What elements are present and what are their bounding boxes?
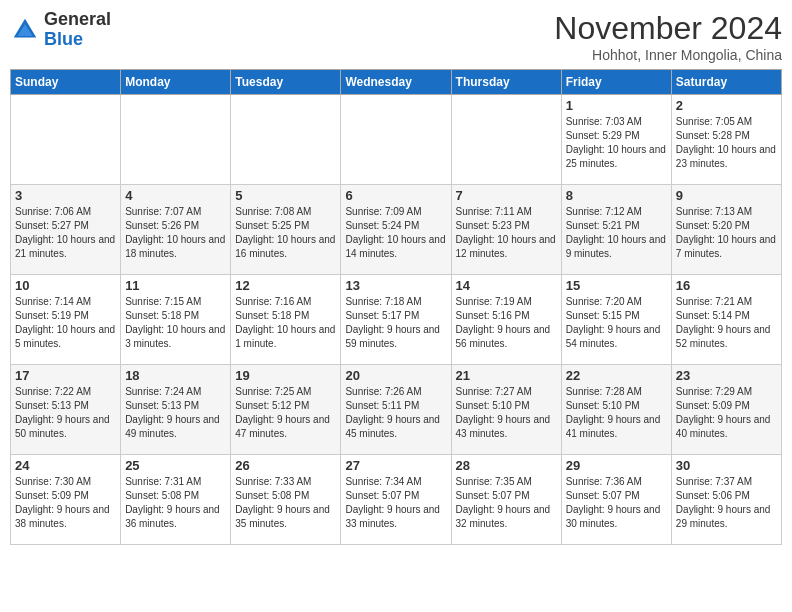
day-info: Sunrise: 7:12 AM Sunset: 5:21 PM Dayligh… bbox=[566, 205, 667, 261]
day-info: Sunrise: 7:24 AM Sunset: 5:13 PM Dayligh… bbox=[125, 385, 226, 441]
day-number: 11 bbox=[125, 278, 226, 293]
day-info: Sunrise: 7:09 AM Sunset: 5:24 PM Dayligh… bbox=[345, 205, 446, 261]
week-row-3: 10Sunrise: 7:14 AM Sunset: 5:19 PM Dayli… bbox=[11, 275, 782, 365]
day-info: Sunrise: 7:29 AM Sunset: 5:09 PM Dayligh… bbox=[676, 385, 777, 441]
day-cell: 23Sunrise: 7:29 AM Sunset: 5:09 PM Dayli… bbox=[671, 365, 781, 455]
day-number: 2 bbox=[676, 98, 777, 113]
title-section: November 2024 Hohhot, Inner Mongolia, Ch… bbox=[554, 10, 782, 63]
day-number: 27 bbox=[345, 458, 446, 473]
day-number: 5 bbox=[235, 188, 336, 203]
day-cell: 18Sunrise: 7:24 AM Sunset: 5:13 PM Dayli… bbox=[121, 365, 231, 455]
day-info: Sunrise: 7:06 AM Sunset: 5:27 PM Dayligh… bbox=[15, 205, 116, 261]
calendar-subtitle: Hohhot, Inner Mongolia, China bbox=[554, 47, 782, 63]
day-cell: 28Sunrise: 7:35 AM Sunset: 5:07 PM Dayli… bbox=[451, 455, 561, 545]
day-number: 15 bbox=[566, 278, 667, 293]
day-info: Sunrise: 7:05 AM Sunset: 5:28 PM Dayligh… bbox=[676, 115, 777, 171]
day-number: 6 bbox=[345, 188, 446, 203]
day-number: 9 bbox=[676, 188, 777, 203]
day-cell: 27Sunrise: 7:34 AM Sunset: 5:07 PM Dayli… bbox=[341, 455, 451, 545]
header-row: SundayMondayTuesdayWednesdayThursdayFrid… bbox=[11, 70, 782, 95]
day-cell: 9Sunrise: 7:13 AM Sunset: 5:20 PM Daylig… bbox=[671, 185, 781, 275]
day-cell: 30Sunrise: 7:37 AM Sunset: 5:06 PM Dayli… bbox=[671, 455, 781, 545]
day-cell bbox=[231, 95, 341, 185]
day-number: 28 bbox=[456, 458, 557, 473]
header-cell-thursday: Thursday bbox=[451, 70, 561, 95]
day-number: 23 bbox=[676, 368, 777, 383]
day-info: Sunrise: 7:08 AM Sunset: 5:25 PM Dayligh… bbox=[235, 205, 336, 261]
day-number: 7 bbox=[456, 188, 557, 203]
day-info: Sunrise: 7:27 AM Sunset: 5:10 PM Dayligh… bbox=[456, 385, 557, 441]
day-cell: 14Sunrise: 7:19 AM Sunset: 5:16 PM Dayli… bbox=[451, 275, 561, 365]
header-cell-sunday: Sunday bbox=[11, 70, 121, 95]
day-number: 13 bbox=[345, 278, 446, 293]
day-cell bbox=[11, 95, 121, 185]
logo: General Blue bbox=[10, 10, 111, 50]
day-info: Sunrise: 7:20 AM Sunset: 5:15 PM Dayligh… bbox=[566, 295, 667, 351]
day-cell: 13Sunrise: 7:18 AM Sunset: 5:17 PM Dayli… bbox=[341, 275, 451, 365]
day-number: 24 bbox=[15, 458, 116, 473]
day-cell: 6Sunrise: 7:09 AM Sunset: 5:24 PM Daylig… bbox=[341, 185, 451, 275]
day-info: Sunrise: 7:03 AM Sunset: 5:29 PM Dayligh… bbox=[566, 115, 667, 171]
day-cell: 16Sunrise: 7:21 AM Sunset: 5:14 PM Dayli… bbox=[671, 275, 781, 365]
day-info: Sunrise: 7:22 AM Sunset: 5:13 PM Dayligh… bbox=[15, 385, 116, 441]
day-info: Sunrise: 7:13 AM Sunset: 5:20 PM Dayligh… bbox=[676, 205, 777, 261]
day-cell: 29Sunrise: 7:36 AM Sunset: 5:07 PM Dayli… bbox=[561, 455, 671, 545]
day-number: 12 bbox=[235, 278, 336, 293]
day-cell bbox=[341, 95, 451, 185]
day-number: 8 bbox=[566, 188, 667, 203]
day-number: 22 bbox=[566, 368, 667, 383]
day-cell: 25Sunrise: 7:31 AM Sunset: 5:08 PM Dayli… bbox=[121, 455, 231, 545]
logo-text: General Blue bbox=[44, 10, 111, 50]
day-cell: 26Sunrise: 7:33 AM Sunset: 5:08 PM Dayli… bbox=[231, 455, 341, 545]
calendar-table: SundayMondayTuesdayWednesdayThursdayFrid… bbox=[10, 69, 782, 545]
day-cell: 4Sunrise: 7:07 AM Sunset: 5:26 PM Daylig… bbox=[121, 185, 231, 275]
header-cell-tuesday: Tuesday bbox=[231, 70, 341, 95]
day-info: Sunrise: 7:25 AM Sunset: 5:12 PM Dayligh… bbox=[235, 385, 336, 441]
day-info: Sunrise: 7:28 AM Sunset: 5:10 PM Dayligh… bbox=[566, 385, 667, 441]
day-cell: 5Sunrise: 7:08 AM Sunset: 5:25 PM Daylig… bbox=[231, 185, 341, 275]
day-info: Sunrise: 7:07 AM Sunset: 5:26 PM Dayligh… bbox=[125, 205, 226, 261]
day-number: 21 bbox=[456, 368, 557, 383]
day-cell: 10Sunrise: 7:14 AM Sunset: 5:19 PM Dayli… bbox=[11, 275, 121, 365]
header-cell-saturday: Saturday bbox=[671, 70, 781, 95]
day-number: 19 bbox=[235, 368, 336, 383]
page-header: General Blue November 2024 Hohhot, Inner… bbox=[10, 10, 782, 63]
day-number: 1 bbox=[566, 98, 667, 113]
day-info: Sunrise: 7:21 AM Sunset: 5:14 PM Dayligh… bbox=[676, 295, 777, 351]
day-info: Sunrise: 7:33 AM Sunset: 5:08 PM Dayligh… bbox=[235, 475, 336, 531]
day-cell: 7Sunrise: 7:11 AM Sunset: 5:23 PM Daylig… bbox=[451, 185, 561, 275]
day-info: Sunrise: 7:18 AM Sunset: 5:17 PM Dayligh… bbox=[345, 295, 446, 351]
day-number: 3 bbox=[15, 188, 116, 203]
day-number: 10 bbox=[15, 278, 116, 293]
day-number: 17 bbox=[15, 368, 116, 383]
day-number: 4 bbox=[125, 188, 226, 203]
day-number: 26 bbox=[235, 458, 336, 473]
week-row-2: 3Sunrise: 7:06 AM Sunset: 5:27 PM Daylig… bbox=[11, 185, 782, 275]
day-info: Sunrise: 7:26 AM Sunset: 5:11 PM Dayligh… bbox=[345, 385, 446, 441]
day-cell: 15Sunrise: 7:20 AM Sunset: 5:15 PM Dayli… bbox=[561, 275, 671, 365]
day-info: Sunrise: 7:14 AM Sunset: 5:19 PM Dayligh… bbox=[15, 295, 116, 351]
day-info: Sunrise: 7:19 AM Sunset: 5:16 PM Dayligh… bbox=[456, 295, 557, 351]
day-cell: 2Sunrise: 7:05 AM Sunset: 5:28 PM Daylig… bbox=[671, 95, 781, 185]
day-cell: 17Sunrise: 7:22 AM Sunset: 5:13 PM Dayli… bbox=[11, 365, 121, 455]
day-info: Sunrise: 7:35 AM Sunset: 5:07 PM Dayligh… bbox=[456, 475, 557, 531]
day-info: Sunrise: 7:16 AM Sunset: 5:18 PM Dayligh… bbox=[235, 295, 336, 351]
header-cell-friday: Friday bbox=[561, 70, 671, 95]
day-info: Sunrise: 7:36 AM Sunset: 5:07 PM Dayligh… bbox=[566, 475, 667, 531]
day-info: Sunrise: 7:37 AM Sunset: 5:06 PM Dayligh… bbox=[676, 475, 777, 531]
day-cell: 21Sunrise: 7:27 AM Sunset: 5:10 PM Dayli… bbox=[451, 365, 561, 455]
day-number: 20 bbox=[345, 368, 446, 383]
day-info: Sunrise: 7:15 AM Sunset: 5:18 PM Dayligh… bbox=[125, 295, 226, 351]
logo-icon bbox=[10, 15, 40, 45]
calendar-title: November 2024 bbox=[554, 10, 782, 47]
day-number: 30 bbox=[676, 458, 777, 473]
header-cell-monday: Monday bbox=[121, 70, 231, 95]
day-info: Sunrise: 7:30 AM Sunset: 5:09 PM Dayligh… bbox=[15, 475, 116, 531]
day-cell: 3Sunrise: 7:06 AM Sunset: 5:27 PM Daylig… bbox=[11, 185, 121, 275]
day-cell bbox=[121, 95, 231, 185]
day-number: 16 bbox=[676, 278, 777, 293]
day-cell: 8Sunrise: 7:12 AM Sunset: 5:21 PM Daylig… bbox=[561, 185, 671, 275]
day-info: Sunrise: 7:31 AM Sunset: 5:08 PM Dayligh… bbox=[125, 475, 226, 531]
day-info: Sunrise: 7:34 AM Sunset: 5:07 PM Dayligh… bbox=[345, 475, 446, 531]
day-number: 18 bbox=[125, 368, 226, 383]
